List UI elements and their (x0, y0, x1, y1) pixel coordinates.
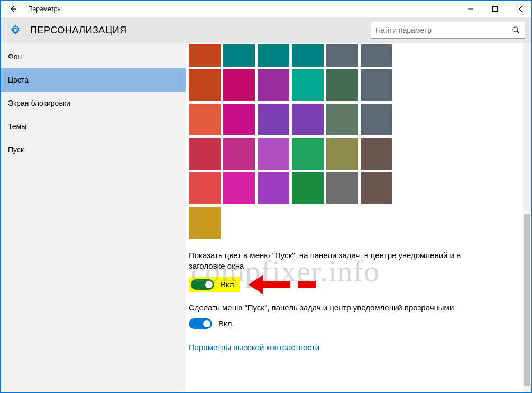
minimize-icon (468, 6, 473, 12)
titlebar: Параметры (1, 1, 531, 17)
settings-window: Параметры ПЕРСОНАЛИЗАЦИЯ Фон Цвета (0, 0, 532, 393)
color-row (189, 207, 531, 239)
sidebar-item-label: Пуск (8, 145, 24, 154)
color-swatch[interactable] (258, 138, 289, 170)
show-color-label: Показать цвет в меню "Пуск", на панели з… (189, 250, 474, 272)
show-color-toggle-state: Вкл. (221, 280, 236, 289)
sidebar-item-label: Фон (8, 52, 22, 61)
color-swatch[interactable] (361, 138, 392, 170)
window-controls (458, 1, 531, 17)
color-swatch[interactable] (292, 44, 324, 67)
color-swatch[interactable] (361, 44, 392, 67)
settings-gear-icon (9, 24, 22, 36)
sidebar-item-label: Цвета (8, 76, 29, 84)
color-swatch[interactable] (223, 69, 255, 101)
sidebar-item-background[interactable]: Фон (1, 45, 186, 68)
body: Фон Цвета Экран блокировки Темы Пуск Пок… (1, 43, 531, 392)
color-row (189, 44, 531, 67)
transparency-toggle-state: Вкл. (218, 319, 234, 328)
color-swatch[interactable] (258, 104, 289, 135)
color-row (189, 172, 531, 204)
sidebar-item-label: Темы (8, 122, 26, 131)
toggle-highlight: Вкл. (189, 277, 240, 292)
color-swatch[interactable] (258, 172, 289, 204)
maximize-icon (492, 6, 498, 12)
color-swatch[interactable] (292, 172, 324, 204)
sidebar: Фон Цвета Экран блокировки Темы Пуск (1, 43, 186, 392)
search-icon (512, 26, 520, 34)
svg-line-6 (517, 31, 519, 33)
color-swatch[interactable] (223, 104, 255, 135)
page-title: ПЕРСОНАЛИЗАЦИЯ (30, 25, 371, 36)
color-swatch[interactable] (223, 44, 255, 67)
sidebar-item-themes[interactable]: Темы (1, 115, 186, 138)
color-swatch[interactable] (361, 69, 392, 101)
arrow-left-icon (9, 5, 17, 13)
color-row (189, 69, 531, 101)
color-swatch[interactable] (326, 69, 358, 101)
search-box[interactable] (371, 22, 525, 39)
maximize-button[interactable] (483, 1, 507, 17)
high-contrast-link[interactable]: Параметры высокой контрастности (189, 343, 319, 352)
search-input[interactable] (375, 26, 512, 34)
color-swatch[interactable] (361, 104, 392, 135)
color-swatch[interactable] (361, 172, 392, 204)
show-color-toggle[interactable] (191, 279, 214, 290)
annotation-arrow (248, 275, 316, 294)
transparency-toggle[interactable] (189, 318, 212, 329)
sidebar-item-label: Экран блокировки (8, 99, 70, 107)
svg-rect-2 (493, 7, 498, 12)
header: ПЕРСОНАЛИЗАЦИЯ (1, 17, 531, 43)
scrollbar[interactable] (523, 43, 531, 392)
color-swatch[interactable] (189, 207, 221, 239)
content: Показать цвет в меню "Пуск", на панели з… (186, 43, 531, 392)
svg-point-5 (513, 27, 518, 32)
color-grid (189, 43, 531, 239)
window-title: Параметры (26, 5, 62, 13)
sidebar-item-colors[interactable]: Цвета (1, 68, 186, 92)
minimize-button[interactable] (458, 1, 483, 17)
color-swatch[interactable] (258, 44, 289, 67)
scroll-thumb[interactable] (524, 214, 530, 386)
transparency-label: Сделать меню "Пуск", панель задач и цент… (189, 303, 474, 313)
color-swatch[interactable] (189, 44, 221, 67)
color-swatch[interactable] (223, 138, 255, 170)
color-swatch[interactable] (326, 44, 358, 67)
color-swatch[interactable] (223, 172, 255, 204)
color-swatch[interactable] (326, 104, 358, 135)
color-swatch[interactable] (258, 69, 289, 101)
color-swatch[interactable] (292, 138, 324, 170)
sidebar-item-start[interactable]: Пуск (1, 138, 186, 161)
color-swatch[interactable] (292, 104, 324, 135)
sidebar-item-lockscreen[interactable]: Экран блокировки (1, 92, 186, 115)
color-swatch[interactable] (189, 104, 221, 135)
close-icon (517, 6, 522, 12)
color-swatch[interactable] (326, 138, 358, 170)
color-swatch[interactable] (189, 172, 221, 204)
color-swatch[interactable] (292, 69, 324, 101)
color-swatch[interactable] (189, 69, 221, 101)
color-swatch[interactable] (189, 138, 221, 170)
back-button[interactable] (1, 1, 26, 17)
close-button[interactable] (507, 1, 531, 17)
color-row (189, 138, 531, 170)
color-row (189, 104, 531, 135)
color-swatch[interactable] (326, 172, 358, 204)
